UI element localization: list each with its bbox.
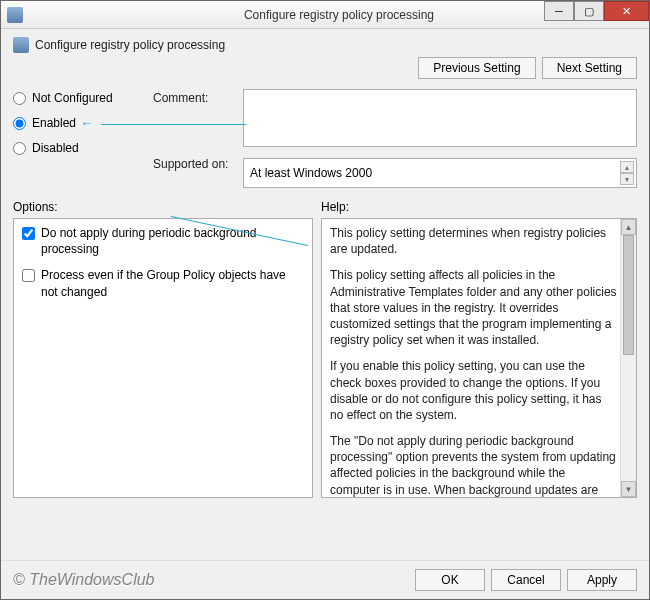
bottom-bar: © TheWindowsClub OK Cancel Apply (1, 560, 649, 599)
radio-disabled[interactable]: Disabled (13, 141, 153, 155)
radio-not-configured-label: Not Configured (32, 91, 113, 105)
options-header: Options: (13, 200, 321, 214)
title-bar: Configure registry policy processing ─ ▢… (1, 1, 649, 29)
radio-enabled-label: Enabled (32, 116, 76, 130)
help-text: This policy setting determines when regi… (330, 225, 618, 498)
ok-button[interactable]: OK (415, 569, 485, 591)
supported-on-text: At least Windows 2000 (250, 166, 372, 180)
annotation-arrow-icon: ← (80, 115, 94, 131)
help-scrollbar[interactable]: ▲ ▼ (620, 219, 636, 497)
field-labels: Comment: Supported on: (153, 89, 243, 188)
supported-on-box: At least Windows 2000 ▲ ▼ (243, 158, 637, 188)
radio-not-configured-input[interactable] (13, 92, 26, 105)
radio-not-configured[interactable]: Not Configured (13, 91, 153, 105)
radio-enabled[interactable]: Enabled ← (13, 115, 153, 131)
nav-buttons: Previous Setting Next Setting (13, 53, 637, 89)
option-no-background-label: Do not apply during periodic background … (41, 225, 304, 257)
panel-headers: Options: Help: (13, 200, 637, 214)
option-process-unchanged-label: Process even if the Group Policy objects… (41, 267, 304, 299)
radio-disabled-label: Disabled (32, 141, 79, 155)
comment-label: Comment: (153, 89, 243, 105)
app-icon (7, 7, 23, 23)
comment-textarea[interactable] (243, 89, 637, 147)
policy-icon (13, 37, 29, 53)
apply-button[interactable]: Apply (567, 569, 637, 591)
dialog-content: Configure registry policy processing Pre… (1, 29, 649, 498)
options-panel: Do not apply during periodic background … (13, 218, 313, 498)
help-panel: This policy setting determines when regi… (321, 218, 637, 498)
window-controls: ─ ▢ ✕ (544, 1, 649, 21)
spin-up-icon[interactable]: ▲ (620, 161, 634, 173)
previous-setting-button[interactable]: Previous Setting (418, 57, 535, 79)
radio-enabled-input[interactable] (13, 117, 26, 130)
next-setting-button[interactable]: Next Setting (542, 57, 637, 79)
minimize-button[interactable]: ─ (544, 1, 574, 21)
option-no-background-checkbox[interactable] (22, 227, 35, 240)
breadcrumb: Configure registry policy processing (13, 37, 637, 53)
option-no-background[interactable]: Do not apply during periodic background … (22, 225, 304, 257)
breadcrumb-text: Configure registry policy processing (35, 38, 225, 52)
close-button[interactable]: ✕ (604, 1, 649, 21)
option-process-unchanged[interactable]: Process even if the Group Policy objects… (22, 267, 304, 299)
scroll-thumb[interactable] (623, 235, 634, 355)
supported-spinner: ▲ ▼ (620, 161, 634, 185)
scroll-down-icon[interactable]: ▼ (621, 481, 636, 497)
help-p1: This policy setting determines when regi… (330, 225, 618, 257)
dialog-window: Configure registry policy processing ─ ▢… (0, 0, 650, 600)
panels: Do not apply during periodic background … (13, 218, 637, 498)
radio-disabled-input[interactable] (13, 142, 26, 155)
config-row: Not Configured Enabled ← Disabled Commen… (13, 89, 637, 188)
supported-label: Supported on: (153, 155, 243, 171)
field-inputs: At least Windows 2000 ▲ ▼ (243, 89, 637, 188)
help-p4: The "Do not apply during periodic backgr… (330, 433, 618, 498)
help-p3: If you enable this policy setting, you c… (330, 358, 618, 423)
cancel-button[interactable]: Cancel (491, 569, 561, 591)
option-process-unchanged-checkbox[interactable] (22, 269, 35, 282)
state-radios: Not Configured Enabled ← Disabled (13, 89, 153, 188)
watermark-text: © TheWindowsClub (13, 571, 154, 589)
spin-down-icon[interactable]: ▼ (620, 173, 634, 185)
action-buttons: OK Cancel Apply (415, 569, 637, 591)
scroll-up-icon[interactable]: ▲ (621, 219, 636, 235)
help-p2: This policy setting affects all policies… (330, 267, 618, 348)
help-header: Help: (321, 200, 349, 214)
maximize-button[interactable]: ▢ (574, 1, 604, 21)
